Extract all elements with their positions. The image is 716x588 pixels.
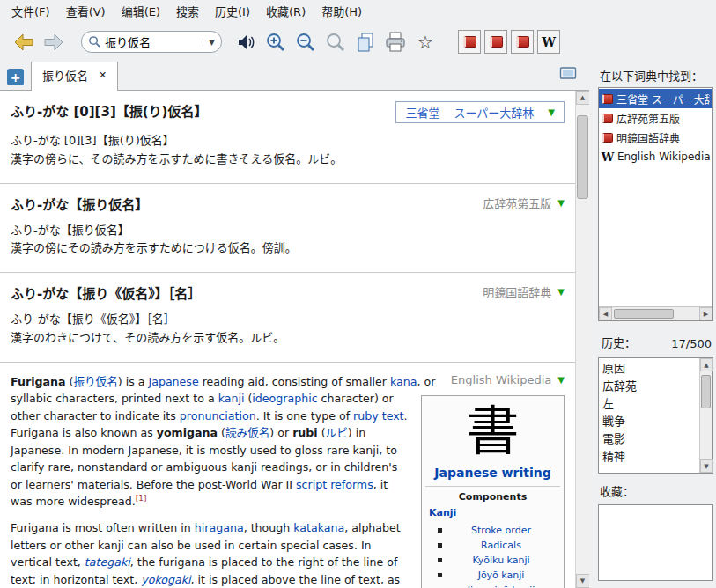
words-list-button[interactable] xyxy=(352,29,379,55)
found-dictionaries-panel: 在以下词典中找到： 三省堂 スーパー大辞林広辞苑第五版明鏡国語辞典WEnglis… xyxy=(595,62,716,588)
wiki-link[interactable]: kana xyxy=(390,375,417,388)
history-item[interactable]: 電影 xyxy=(602,430,696,448)
history-item[interactable]: 原因 xyxy=(602,360,696,378)
dictionary-header: 三省堂 スーパー大辞林 ▼ xyxy=(395,101,565,123)
dictionary-header: English Wikipedia ▼ xyxy=(451,373,565,386)
zoom-reset-icon xyxy=(324,31,347,54)
wiki-link[interactable]: katakana xyxy=(293,521,344,534)
dictionary-book-icon xyxy=(516,36,529,48)
dictionary-name-link[interactable]: スーパー大辞林 xyxy=(454,104,534,121)
history-scrollbar-track[interactable] xyxy=(700,371,713,459)
infobox-kanji-link[interactable]: Kanji xyxy=(429,507,560,518)
citation-link[interactable]: [1] xyxy=(136,494,147,503)
menu-item[interactable]: 文件(F) xyxy=(4,0,58,22)
back-button[interactable] xyxy=(11,29,37,55)
add-to-favorites-button[interactable]: ☆ xyxy=(412,29,439,55)
infobox-link[interactable]: Kyōiku kanji xyxy=(442,555,560,566)
dictionary-list-item[interactable]: 三省堂 スーパー大辞林 xyxy=(599,89,712,108)
article-view: ふり-がな [0][3]【振(り)仮名】 三省堂 スーパー大辞林 ▼ ふり-がな… xyxy=(0,91,575,588)
scroll-left-icon[interactable]: ◀ xyxy=(599,307,612,320)
text-run: , though xyxy=(244,521,294,534)
search-input[interactable] xyxy=(105,35,199,48)
menu-item[interactable]: 收藏(R) xyxy=(258,0,314,22)
dictionary-toggle-button[interactable] xyxy=(458,30,481,54)
tab-active[interactable]: 振り仮名 ✕ xyxy=(31,62,118,91)
collapse-article-icon[interactable]: ▼ xyxy=(548,107,555,117)
detach-window-icon[interactable] xyxy=(559,66,577,85)
scroll-down-icon[interactable]: ▼ xyxy=(576,574,590,588)
hscrollbar-thumb[interactable] xyxy=(614,309,674,319)
collapse-article-icon[interactable]: ▼ xyxy=(557,198,565,208)
article-line: ふり-がな【振り《仮名》】［名］ xyxy=(11,311,565,329)
wiki-link[interactable]: script reforms xyxy=(296,478,373,491)
wiki-link[interactable]: yokogaki xyxy=(141,573,190,586)
dictionary-list-item[interactable]: 明鏡国語辞典 xyxy=(599,128,712,147)
text-run: ( xyxy=(318,426,326,439)
infobox-link[interactable]: Jōyō kanji xyxy=(442,570,560,581)
new-tab-button[interactable]: + xyxy=(7,69,24,85)
zoom-out-button[interactable] xyxy=(292,29,319,55)
scroll-up-icon[interactable]: ▲ xyxy=(576,91,590,105)
infobox-link[interactable]: Radicals xyxy=(442,540,560,551)
wiki-link[interactable]: ruby text xyxy=(353,409,403,423)
dictionary-toggle-button[interactable] xyxy=(484,30,507,54)
headword: ふり-がな【振り仮名】 xyxy=(11,195,148,213)
wiki-link[interactable]: hiragana xyxy=(195,521,244,534)
wiki-link[interactable]: Japanese xyxy=(148,375,198,388)
collapse-article-icon[interactable]: ▼ xyxy=(557,287,565,297)
pane-splitter[interactable] xyxy=(589,62,595,588)
infobox-title-link[interactable]: Japanese writing xyxy=(425,462,560,487)
dictionary-name: 広辞苑第五版 xyxy=(483,195,551,211)
print-button[interactable] xyxy=(382,29,409,55)
dictionary-toggle-button[interactable] xyxy=(511,30,534,54)
menu-item[interactable]: 编辑(E) xyxy=(114,0,168,22)
speaker-icon xyxy=(235,32,256,53)
wiki-link[interactable]: pronunciation xyxy=(180,409,256,423)
hscrollbar-track[interactable] xyxy=(612,307,699,321)
history-scrollbar[interactable]: ▲ ▼ xyxy=(699,358,712,473)
collapse-article-icon[interactable]: ▼ xyxy=(557,375,565,385)
zoom-in-button[interactable] xyxy=(262,29,289,55)
history-item[interactable]: 左 xyxy=(602,395,696,413)
vertical-scrollbar[interactable]: ▲ ▼ xyxy=(575,91,589,588)
menu-item[interactable]: 帮助(H) xyxy=(314,0,370,22)
infobox-link[interactable]: Jinmeiyō kanji xyxy=(442,584,560,588)
history-item[interactable]: 広辞苑 xyxy=(602,378,696,395)
wiki-link[interactable]: ideographic xyxy=(252,392,317,405)
history-item[interactable]: 精神 xyxy=(602,448,696,466)
scroll-down-icon[interactable]: ▼ xyxy=(700,459,713,473)
text-run: reading aid, consisting of smaller xyxy=(199,375,390,388)
wikipedia-toggle-button[interactable]: W xyxy=(537,30,560,54)
wiki-link[interactable]: ルビ xyxy=(326,426,348,439)
wikipedia-icon: W xyxy=(542,35,556,49)
zoom-reset-button[interactable] xyxy=(322,29,349,55)
forward-button[interactable] xyxy=(41,29,67,55)
wiki-link[interactable]: 振り仮名 xyxy=(73,375,117,388)
search-dropdown-icon[interactable]: ▼ xyxy=(203,38,215,47)
tab-bar: + 振り仮名 ✕ xyxy=(0,62,589,91)
wikipedia-icon: W xyxy=(602,151,614,163)
wiki-link[interactable]: tategaki xyxy=(85,555,130,569)
menu-item[interactable]: 历史(I) xyxy=(207,0,258,22)
kanji-calligraphy-image: 書 xyxy=(425,401,560,462)
wiki-link[interactable]: kanji xyxy=(218,392,245,405)
history-item[interactable]: 戦争 xyxy=(602,413,696,430)
scroll-up-icon[interactable]: ▲ xyxy=(700,358,713,371)
scrollbar-thumb[interactable] xyxy=(577,115,588,199)
dictionary-list-item[interactable]: WEnglish Wikipedia xyxy=(599,147,712,166)
dictionary-book-icon xyxy=(490,36,503,48)
scrollbar-track[interactable] xyxy=(576,105,590,574)
wiki-link[interactable]: 読み仮名 xyxy=(225,426,269,439)
dictionary-name-link[interactable]: 三省堂 xyxy=(405,104,439,121)
tab-close-icon[interactable]: ✕ xyxy=(99,70,107,81)
infobox-list-item: Stroke order xyxy=(425,523,560,538)
pronounce-button[interactable] xyxy=(233,29,259,55)
history-count: 17/500 xyxy=(671,337,712,350)
dictionary-list-item[interactable]: 広辞苑第五版 xyxy=(599,108,712,128)
scroll-right-icon[interactable]: ▶ xyxy=(699,307,712,320)
dictionary-list-hscrollbar[interactable]: ◀ ▶ xyxy=(599,306,712,320)
infobox-link[interactable]: Stroke order xyxy=(442,525,560,536)
menu-item[interactable]: 查看(V) xyxy=(58,0,114,22)
history-scrollbar-thumb[interactable] xyxy=(701,375,711,408)
menu-item[interactable]: 搜索 xyxy=(168,0,207,22)
